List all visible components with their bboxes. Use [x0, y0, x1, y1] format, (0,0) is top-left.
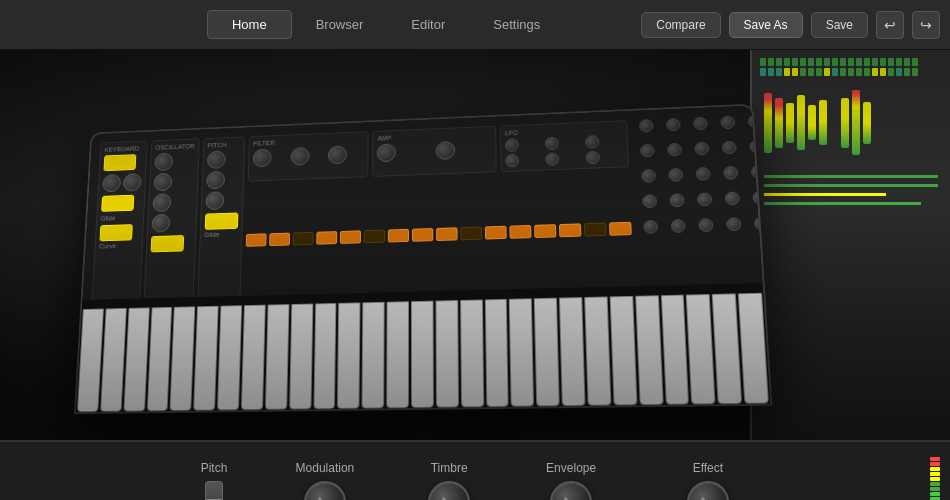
seq-btn-2[interactable] — [269, 233, 290, 246]
mod-knob-22[interactable] — [724, 192, 739, 206]
key-f3[interactable] — [146, 307, 172, 411]
seq-btn-4[interactable] — [316, 231, 337, 245]
pitch-sync-button[interactable] — [204, 212, 238, 229]
key-g3[interactable] — [170, 306, 196, 411]
lfo-knob-2[interactable] — [545, 137, 559, 150]
key-c3[interactable] — [77, 309, 104, 413]
tab-editor[interactable]: Editor — [387, 11, 469, 38]
key-c6[interactable] — [584, 296, 611, 405]
tab-settings[interactable]: Settings — [469, 11, 564, 38]
seq-btn-5[interactable] — [340, 230, 361, 244]
save-as-button[interactable]: Save As — [729, 12, 803, 38]
key-d3[interactable] — [100, 308, 127, 412]
key-d6[interactable] — [610, 296, 638, 406]
osc-sync-button[interactable] — [151, 235, 185, 252]
seq-btn-7[interactable] — [388, 229, 409, 243]
filter-knob-2[interactable] — [290, 147, 309, 166]
keyboard-knob-2[interactable] — [123, 173, 142, 191]
lfo-knob-3[interactable] — [585, 135, 599, 148]
key-c5[interactable] — [411, 301, 434, 408]
key-g5[interactable] — [509, 298, 534, 406]
key-g4[interactable] — [337, 302, 360, 409]
key-a5[interactable] — [534, 298, 560, 407]
mod-knob-2[interactable] — [666, 118, 681, 131]
filter-knob-1[interactable] — [252, 149, 271, 168]
mod-knob-28[interactable] — [726, 217, 741, 231]
save-button[interactable]: Save — [811, 12, 868, 38]
envelope-knob[interactable] — [550, 481, 592, 501]
seq-btn-3[interactable] — [292, 232, 313, 246]
effect-knob[interactable] — [687, 481, 729, 501]
modulation-knob[interactable] — [304, 481, 346, 501]
mod-knob-27[interactable] — [698, 218, 713, 232]
pitch-knob-3[interactable] — [205, 191, 224, 210]
osc-knob-2[interactable] — [153, 173, 172, 191]
amp-knob-2[interactable] — [435, 141, 454, 160]
key-d5[interactable] — [435, 300, 458, 408]
keyboard-knob-1[interactable] — [102, 174, 121, 192]
key-a6[interactable] — [712, 293, 742, 404]
seq-btn-6[interactable] — [364, 230, 385, 244]
mod-knob-1[interactable] — [639, 119, 654, 132]
key-f6[interactable] — [661, 295, 690, 405]
mod-knob-25[interactable] — [643, 220, 658, 234]
key-f5[interactable] — [484, 299, 509, 407]
compare-button[interactable]: Compare — [641, 12, 720, 38]
seq-btn-14[interactable] — [559, 223, 581, 237]
seq-btn-11[interactable] — [485, 226, 507, 240]
filter-knob-3[interactable] — [328, 145, 347, 164]
amp-knob-1[interactable] — [377, 143, 396, 162]
pitch-knob-2[interactable] — [206, 171, 225, 190]
key-e6[interactable] — [635, 295, 663, 405]
mod-knob-21[interactable] — [697, 193, 712, 207]
undo-button[interactable]: ↩ — [876, 11, 904, 39]
mod-knob-15[interactable] — [695, 167, 710, 181]
lfo-knob-1[interactable] — [505, 138, 519, 151]
osc-knob-1[interactable] — [154, 153, 173, 171]
mod-knob-10[interactable] — [721, 141, 736, 155]
osc-knob-4[interactable] — [151, 214, 170, 233]
seq-btn-1[interactable] — [245, 233, 266, 246]
pitch-knob-1[interactable] — [207, 150, 226, 168]
redo-button[interactable]: ↪ — [912, 11, 940, 39]
mod-knob-16[interactable] — [723, 166, 738, 180]
curve-button[interactable] — [99, 224, 132, 241]
osc-knob-3[interactable] — [152, 193, 171, 212]
key-a4[interactable] — [362, 302, 385, 409]
mod-knob-20[interactable] — [669, 193, 684, 207]
seq-btn-12[interactable] — [509, 225, 531, 239]
timbre-knob[interactable] — [428, 481, 470, 501]
mod-knob-26[interactable] — [670, 219, 685, 233]
seq-btn-8[interactable] — [412, 228, 433, 242]
mod-knob-13[interactable] — [641, 169, 656, 183]
glide-button[interactable] — [103, 154, 136, 171]
seq-btn-13[interactable] — [534, 224, 556, 238]
seq-btn-9[interactable] — [436, 227, 457, 241]
lfo-knob-6[interactable] — [585, 151, 599, 164]
mod-knob-3[interactable] — [693, 117, 708, 131]
key-b4[interactable] — [386, 301, 409, 408]
key-e4[interactable] — [289, 304, 313, 410]
mod-knob-9[interactable] — [694, 142, 709, 156]
key-e3[interactable] — [123, 307, 149, 411]
mod-knob-4[interactable] — [720, 116, 735, 130]
key-a3[interactable] — [193, 306, 218, 411]
mod-knob-19[interactable] — [642, 194, 657, 208]
key-b5[interactable] — [559, 297, 585, 406]
tab-browser[interactable]: Browser — [292, 11, 388, 38]
tab-home[interactable]: Home — [207, 10, 292, 39]
seq-btn-10[interactable] — [460, 227, 482, 241]
key-d4[interactable] — [265, 304, 289, 410]
lfo-knob-4[interactable] — [505, 154, 519, 167]
lfo-knob-5[interactable] — [545, 152, 559, 165]
mod-knob-7[interactable] — [640, 144, 655, 158]
key-c4[interactable] — [241, 305, 266, 410]
key-b6[interactable] — [738, 293, 769, 404]
key-g6[interactable] — [686, 294, 716, 405]
slide-button[interactable] — [101, 195, 134, 212]
seq-btn-16[interactable] — [609, 222, 632, 236]
key-b3[interactable] — [217, 305, 242, 410]
mod-knob-14[interactable] — [668, 168, 683, 182]
key-e5[interactable] — [460, 299, 484, 407]
key-f4[interactable] — [313, 303, 337, 409]
